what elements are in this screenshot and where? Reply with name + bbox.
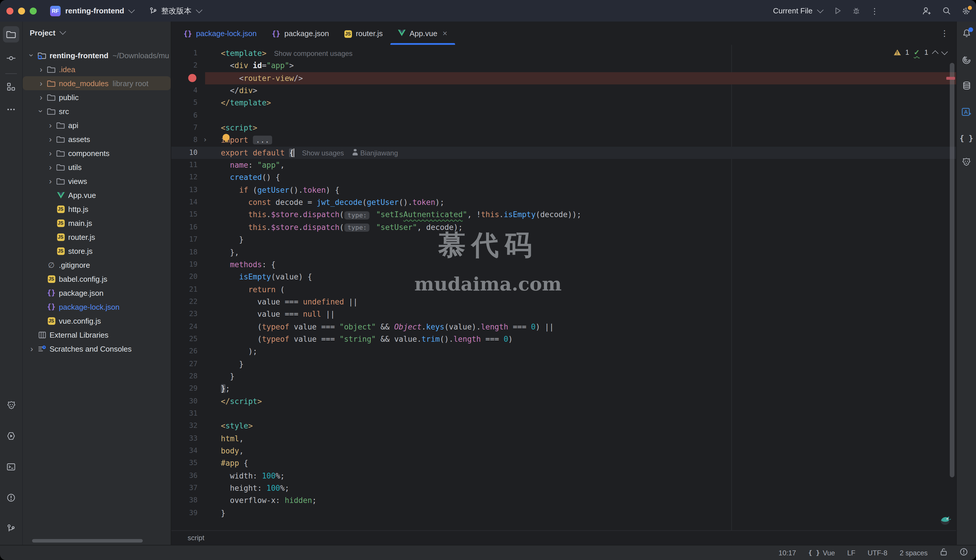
tree-chevron-icon[interactable]: › [27,345,36,353]
tree-item-api[interactable]: ›api [23,118,171,132]
tree-item-package-json[interactable]: {}package.json [23,286,171,300]
tree-item-components[interactable]: ›components [23,146,171,160]
inspection-highlight-icon[interactable] [960,548,968,558]
tree-item-http-js[interactable]: JShttp.js [23,202,171,216]
tree-item--gitignore[interactable]: ∅.gitignore [23,258,171,272]
tree-item-app-vue[interactable]: App.vue [23,188,171,202]
js-icon: JS [55,219,67,227]
tree-item-main-js[interactable]: JSmain.js [23,216,171,230]
debug-button[interactable] [852,7,861,15]
settings-gear-icon[interactable] [961,6,971,15]
js-icon: JS [45,275,57,283]
chevron-down-icon[interactable] [129,7,135,13]
tree-chevron-icon[interactable]: › [46,121,55,129]
ai-assistant-icon[interactable] [961,157,971,169]
line-separator[interactable]: LF [847,548,856,557]
tree-item--idea[interactable]: ›.idea [23,62,171,76]
caret-position[interactable]: 10:17 [779,548,796,557]
folder-icon [55,136,67,143]
previous-problem-icon[interactable] [932,50,939,57]
tree-item-scratches-and-consoles[interactable]: ›Scratches and Consoles [23,342,171,356]
unlock-icon[interactable] [940,548,948,558]
code-line: 15 this.$store.dispatch(type: "setIsAutn… [171,209,956,221]
ignore-icon: ∅ [45,260,57,269]
tree-item-external-libraries[interactable]: External Libraries [23,328,171,342]
tab-options-kebab-icon[interactable]: ⋮ [941,28,956,38]
braces-tool-button[interactable]: { } [960,134,973,143]
fold-gutter [197,172,213,184]
tree-chevron-icon[interactable]: › [37,93,45,101]
more-tool-windows-button[interactable] [3,101,19,118]
ai-mascot-tool-button[interactable] [3,397,19,413]
fold-marker-icon[interactable]: › [197,134,213,147]
notifications-bell-icon[interactable] [962,28,971,40]
tree-chevron-icon[interactable]: › [37,65,45,73]
problems-tool-button[interactable] [3,490,19,506]
tree-chevron-icon[interactable]: › [37,79,45,87]
editor-tab-package-json[interactable]: {}package.json [264,22,336,45]
line-number: 34 [171,445,197,457]
line-number: 8 [171,134,197,147]
tree-item-src[interactable]: ›src [23,104,171,118]
breadcrumb-item[interactable]: script [188,534,204,542]
add-user-button[interactable] [922,6,931,15]
project-panel-header[interactable]: Project [23,22,171,44]
plugin-swirl-icon[interactable] [962,55,971,67]
search-everywhere-icon[interactable] [942,7,951,15]
run-configuration-selector[interactable]: Current File [773,7,812,15]
close-tab-icon[interactable]: × [443,28,447,38]
editor-tab-router-js[interactable]: JSrouter.js [336,22,390,45]
code-line: 36 width: 100%; [171,470,956,482]
code-editor[interactable]: 1<template>Show component usages2 <div i… [171,45,956,530]
tree-item-public[interactable]: ›public [23,90,171,104]
zoom-window-button[interactable] [30,7,37,14]
tree-item-babel-config-js[interactable]: JSbabel.config.js [23,272,171,286]
code-text: } [221,233,244,246]
tree-item-utils[interactable]: ›utils [23,160,171,174]
fold-gutter [197,370,213,383]
database-tool-button[interactable] [962,81,971,93]
horizontal-scrollbar[interactable] [32,539,143,543]
indent-style[interactable]: 2 spaces [900,548,928,557]
tree-chevron-icon[interactable]: › [46,177,55,185]
fold-gutter [197,233,213,246]
code-line: 18 }, [171,246,956,258]
tree-chevron-icon[interactable]: › [28,51,36,60]
vcs-widget[interactable]: 整改版本 [149,5,201,16]
file-encoding[interactable]: UTF-8 [867,548,887,557]
more-actions-kebab-icon[interactable]: ⋮ [871,6,879,15]
tree-item-node-modules[interactable]: ›node_moduleslibrary root [23,76,171,90]
inspection-widget[interactable]: ! 1 ✓ 1 [894,48,947,57]
tree-item-assets[interactable]: ›assets [23,132,171,146]
project-name[interactable]: renting-frontend [65,7,124,15]
chevron-down-icon[interactable] [817,7,823,13]
minimize-window-button[interactable] [18,7,25,14]
commit-tool-button[interactable] [3,50,19,67]
run-button[interactable] [833,7,842,15]
project-tool-button[interactable] [3,26,19,42]
translation-tool-button[interactable]: A [961,107,971,119]
tree-chevron-icon[interactable]: › [46,135,55,143]
tree-chevron-icon[interactable]: › [37,107,45,115]
tree-item-vue-config-js[interactable]: JSvue.config.js [23,314,171,328]
tree-item-views[interactable]: ›views [23,174,171,188]
structure-tool-button[interactable] [3,78,19,95]
tree-chevron-icon[interactable]: › [46,163,55,171]
editor-tab-app-vue[interactable]: App.vue× [390,22,455,45]
terminal-tool-button[interactable] [3,459,19,475]
tree-item-renting-frontend[interactable]: ›renting-frontend~/Downloads/mu [23,48,171,62]
next-problem-icon[interactable] [941,48,948,55]
tree-chevron-icon[interactable]: › [46,149,55,157]
mascot-bird-icon[interactable] [938,513,952,528]
editor-tab-package-lock-json[interactable]: {}package-lock.json [176,22,264,45]
services-tool-button[interactable] [3,428,19,444]
tree-item-store-js[interactable]: JSstore.js [23,244,171,258]
file-language[interactable]: { } Vue [808,548,835,557]
close-window-button[interactable] [7,7,13,14]
git-tool-button[interactable] [3,520,19,537]
tree-item-router-js[interactable]: JSrouter.js [23,230,171,244]
typo-count: 1 [924,48,928,57]
vertical-scrollbar[interactable] [950,63,954,477]
tree-item-package-lock-json[interactable]: {}package-lock.json [23,300,171,314]
chevron-down-icon[interactable] [60,28,66,34]
